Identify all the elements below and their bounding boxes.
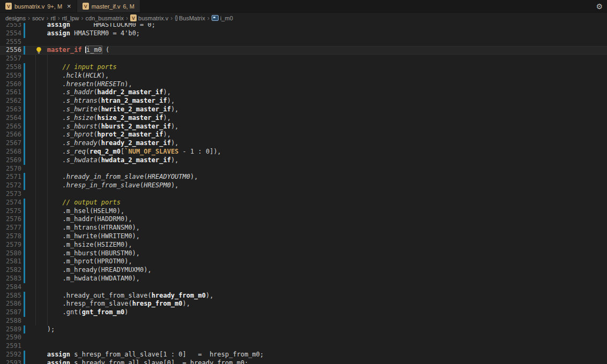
gear-icon[interactable]: ⚙ (596, 3, 603, 10)
line-number[interactable]: 2559 (0, 72, 21, 80)
code-line[interactable]: 2571 .hready_in_from_slave(HREADYOUTM0), (0, 173, 607, 181)
line-number[interactable]: 2592 (0, 351, 21, 359)
line-number[interactable]: 2555 (0, 38, 21, 47)
code-line[interactable]: 2570 (0, 165, 607, 173)
line-number[interactable]: 2567 (0, 139, 21, 148)
code-line[interactable]: 2555 (0, 38, 607, 47)
code-line[interactable]: 2577 .m_htrans(HTRANSM0), (0, 224, 607, 232)
line-number[interactable]: 2558 (0, 63, 21, 72)
breadcrumb-item-i_m0[interactable]: i_m0 (212, 15, 233, 21)
line-number[interactable]: 2560 (0, 80, 21, 89)
line-number[interactable]: 2553 (0, 23, 21, 29)
code-line[interactable]: 2592 assign s_hresp_from_all_slave[1 : 0… (0, 351, 607, 359)
line-number[interactable]: 2565 (0, 123, 21, 131)
code-line[interactable]: 2587 .gnt(gnt_from_m0) (0, 308, 607, 317)
code-line[interactable]: 2583 .m_hwdata(HWDATAM0), (0, 275, 607, 283)
line-number[interactable]: 2587 (0, 308, 21, 317)
line-number[interactable]: 2569 (0, 156, 21, 165)
line-number[interactable]: 2582 (0, 266, 21, 275)
line-number[interactable]: 2589 (0, 325, 21, 334)
line-number[interactable]: 2576 (0, 215, 21, 224)
indent-guide (35, 283, 36, 292)
code-line[interactable]: 2562 .s_htrans(htran_2_master_if), (0, 97, 607, 105)
code-line[interactable]: 2574 // output ports (0, 199, 607, 207)
line-number[interactable]: 2557 (0, 55, 21, 63)
code-line[interactable]: 2572 .hresp_in_from_slave(HRESPM0), (0, 181, 607, 190)
close-icon[interactable]: × (67, 3, 71, 10)
code-line[interactable]: 2557 (0, 55, 607, 63)
line-number[interactable]: 2585 (0, 292, 21, 300)
line-number[interactable]: 2562 (0, 97, 21, 105)
code-line[interactable]: 2554 assign HMASTERM0 = 4'b0; (0, 29, 607, 38)
tab-busmatrix[interactable]: V busmatrix.v 9+, M × (0, 0, 77, 12)
code-editor[interactable]: 2553 assign HMASTLOCKM0 = 0;2554 assign … (0, 23, 607, 364)
line-number[interactable]: 2583 (0, 275, 21, 283)
tab-master-if[interactable]: V master_if.v 6, M (77, 0, 140, 12)
code-line[interactable]: 2580 .m_hburst(HBURSTM0), (0, 249, 607, 258)
line-number[interactable]: 2568 (0, 148, 21, 156)
line-number[interactable]: 2561 (0, 88, 21, 97)
line-number[interactable]: 2593 (0, 359, 21, 364)
line-number[interactable]: 2556 (0, 46, 21, 55)
breadcrumb-item-busmatrix.v[interactable]: Vbusmatrix.v (130, 14, 168, 21)
line-number[interactable]: 2577 (0, 224, 21, 232)
line-number[interactable]: 2590 (0, 333, 21, 342)
code-segment: ( (98, 97, 101, 104)
code-line[interactable]: 2559 .hclk(HCLK), (0, 72, 607, 80)
breadcrumb-item-rtl[interactable]: rtl (51, 15, 56, 21)
line-number[interactable]: 2564 (0, 114, 21, 123)
breadcrumb-item-rtl_lpw[interactable]: rtl_lpw (62, 15, 79, 21)
code-line[interactable]: 2576 .m_haddr(HADDRM0), (0, 215, 607, 224)
code-line[interactable]: 2584 (0, 283, 607, 292)
line-number[interactable]: 2591 (0, 342, 21, 351)
code-line[interactable]: 2578 .m_hwrite(HWRITEM0), (0, 232, 607, 241)
code-line[interactable]: 2589 ); (0, 325, 607, 334)
line-number[interactable]: 2581 (0, 257, 21, 266)
line-number[interactable]: 2554 (0, 29, 21, 38)
code-line[interactable]: 2590 (0, 333, 607, 342)
code-line[interactable]: 2579 .m_hsize(HSIZEM0), (0, 241, 607, 249)
code-line[interactable]: 2566 .s_hprot(hprot_2_master_if), (0, 131, 607, 139)
line-number[interactable]: 2566 (0, 131, 21, 139)
code-line[interactable]: 2573 (0, 190, 607, 199)
modified-indicator (24, 249, 25, 258)
line-number[interactable]: 2574 (0, 199, 21, 207)
breadcrumb-item-BusMatrix[interactable]: {}BusMatrix (175, 15, 205, 21)
code-line[interactable]: 2553 assign HMASTLOCKM0 = 0; (0, 23, 607, 29)
code-line[interactable]: 2561 .s_haddr(haddr_2_master_if), (0, 88, 607, 97)
line-number[interactable]: 2588 (0, 317, 21, 325)
line-number[interactable]: 2580 (0, 249, 21, 258)
code-line[interactable]: 2558 // input ports (0, 63, 607, 72)
code-line[interactable]: 2560 .hresetn(HRESETn), (0, 80, 607, 89)
code-segment (35, 23, 47, 28)
code-line[interactable]: 2585 .hready_out_from_slave(hready_from_… (0, 292, 607, 300)
line-number[interactable]: 2572 (0, 181, 21, 190)
line-number[interactable]: 2578 (0, 232, 21, 241)
line-number[interactable]: 2584 (0, 283, 21, 292)
line-number[interactable]: 2586 (0, 300, 21, 308)
code-line[interactable]: 2588 (0, 317, 607, 325)
code-line[interactable]: 2569 .s_hwdata(hwdata_2_master_if), (0, 156, 607, 165)
line-number[interactable]: 2563 (0, 105, 21, 114)
line-number[interactable]: 2571 (0, 173, 21, 181)
code-line[interactable]: 2593 assign s_hready_from_all_slave[0] =… (0, 359, 607, 364)
line-number[interactable]: 2573 (0, 190, 21, 199)
code-line[interactable]: 2564 .s_hsize(hsize_2_master_if), (0, 114, 607, 123)
line-number[interactable]: 2579 (0, 241, 21, 249)
code-line[interactable]: 2556 master_if i_m0 ( (0, 46, 607, 55)
code-line[interactable]: 2586 .hresp_from_slave(hresp_from_m0), (0, 300, 607, 308)
line-number[interactable]: 2575 (0, 207, 21, 216)
code-line[interactable]: 2591 (0, 342, 607, 351)
breadcrumb-item-socv[interactable]: socv (32, 15, 44, 21)
breadcrumb-item-designs[interactable]: designs (5, 15, 26, 21)
code-line[interactable]: 2563 .s_hwrite(hwrite_2_master_if), (0, 105, 607, 114)
code-line[interactable]: 2568 .s_req(req_2_m0[`NUM_OF_SLAVES - 1 … (0, 148, 607, 156)
line-number[interactable]: 2570 (0, 165, 21, 173)
breadcrumb-item-cdn_busmatrix[interactable]: cdn_busmatrix (86, 15, 124, 21)
code-line[interactable]: 2575 .m_hsel(HSELM0), (0, 207, 607, 216)
code-line[interactable]: 2567 .s_hready(hready_2_master_if), (0, 139, 607, 148)
code-line[interactable]: 2581 .m_hprot(HPROTM0), (0, 257, 607, 266)
code-line[interactable]: 2565 .s_hburst(hburst_2_master_if), (0, 123, 607, 131)
code-line[interactable]: 2582 .m_hready(HREADYMUXM0), (0, 266, 607, 275)
breadcrumb-separator: › (170, 14, 173, 22)
